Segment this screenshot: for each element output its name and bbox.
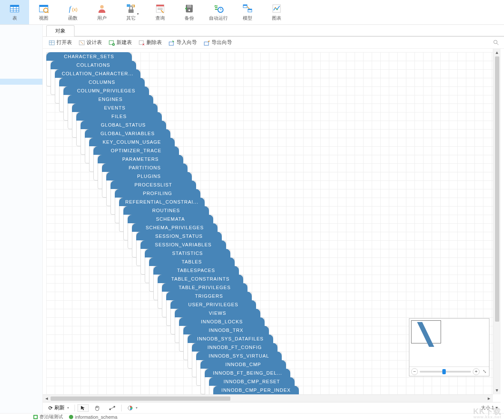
table-card-header[interactable]: CHARACTER_SETS — [46, 52, 132, 61]
zoom-in-button[interactable]: + — [473, 368, 480, 375]
export-wizard-button[interactable]: 导出向导 — [201, 38, 235, 47]
table-card-header[interactable]: COLLATION_CHARACTER... — [55, 69, 140, 78]
query-icon — [155, 3, 165, 14]
table-card-header[interactable]: SESSION_VARIABLES — [140, 240, 226, 249]
vscroll-thumb[interactable] — [495, 56, 499, 322]
table-card-header[interactable]: INNODB_CMP_PER_INDEX — [213, 386, 299, 394]
table-card-header[interactable]: PARTITIONS — [102, 163, 188, 172]
ribbon-user-button[interactable]: 用户 — [87, 0, 116, 24]
zoom-thumb[interactable] — [442, 369, 446, 374]
scroll-left-icon[interactable]: ◄ — [43, 396, 51, 401]
table-card-header[interactable]: TABLE_PRIVILEGES — [162, 283, 248, 292]
vertical-scrollbar[interactable]: ▲ ▼ — [493, 49, 501, 394]
ribbon-func-button[interactable]: f(x)函数 — [58, 0, 87, 24]
connection-icon — [33, 415, 38, 419]
hand-tool-button[interactable] — [91, 404, 103, 412]
status-schema[interactable]: information_schema — [69, 414, 117, 420]
table-card-header[interactable]: PARAMETERS — [98, 155, 183, 163]
hscroll-thumb[interactable] — [51, 396, 230, 401]
status-connection[interactable]: 赛泊瑞测试 — [33, 414, 63, 420]
table-card-header[interactable]: USER_PRIVILEGES — [170, 300, 256, 309]
table-card-header[interactable]: INNODB_FT_CONFIG — [192, 343, 277, 352]
refresh-button[interactable]: ⟳刷新▾ — [45, 403, 72, 413]
table-card-header[interactable]: ROUTINES — [123, 206, 209, 215]
left-nav-selection[interactable] — [0, 79, 42, 85]
zoom-track[interactable] — [420, 371, 471, 373]
table-card-header[interactable]: SESSION_STATUS — [136, 232, 222, 240]
other-icon — [126, 3, 136, 14]
table-card-header[interactable]: INNODB_CMP_RESET — [209, 377, 295, 386]
model-icon — [242, 3, 253, 14]
table-card-header[interactable]: TABLE_CONSTRAINTS — [158, 275, 243, 283]
design-table-label: 设计表 — [86, 39, 102, 46]
table-card-header[interactable]: COLUMN_PRIVILEGES — [63, 86, 149, 95]
table-card-header[interactable]: INNODB_SYS_VIRTUAL — [196, 352, 282, 360]
backup-icon — [184, 3, 194, 14]
zoom-out-button[interactable]: − — [411, 368, 418, 375]
svg-rect-29 — [243, 5, 247, 6]
table-card-header[interactable]: INNODB_FT_BEING_DEL... — [205, 369, 290, 377]
vscroll-track[interactable] — [495, 56, 500, 387]
ribbon-model-button[interactable]: 模型 — [233, 0, 262, 24]
horizontal-scrollbar[interactable]: ◄ ► — [43, 394, 493, 402]
table-card-header[interactable]: GLOBAL_STATUS — [81, 121, 166, 129]
table-card-header[interactable]: COLLATIONS — [51, 61, 136, 69]
table-card-header[interactable]: PROFILING — [115, 189, 200, 198]
table-card-header[interactable]: COLUMNS — [59, 78, 145, 86]
tab-objects[interactable]: 对象 — [46, 25, 75, 36]
ribbon-table-label: 表 — [12, 15, 17, 21]
table-card-header[interactable]: INNODB_SYS_DATAFILES — [188, 334, 273, 343]
table-card-header[interactable]: ENGINES — [68, 95, 153, 104]
table-card-header[interactable]: PROCESSLIST — [110, 180, 196, 189]
table-card-header[interactable]: STATISTICS — [145, 249, 230, 257]
hscroll-track[interactable] — [51, 396, 485, 401]
table-card-header[interactable]: INNODB_TRX — [183, 326, 269, 334]
pointer-icon — [81, 405, 86, 411]
table-card-header[interactable]: TABLESPACES — [153, 266, 239, 275]
ribbon-auto-label: 自动运行 — [209, 15, 228, 21]
ribbon-table-button[interactable]: 表 — [0, 0, 29, 24]
scroll-up-icon[interactable]: ▲ — [493, 49, 501, 56]
table-card-header[interactable]: EVENTS — [72, 104, 158, 112]
relation-tool-button[interactable] — [106, 404, 119, 412]
minimap[interactable]: − + ⤡ — [409, 318, 489, 376]
scroll-down-icon[interactable]: ▼ — [493, 387, 501, 394]
table-card-header[interactable]: REFERENTIAL_CONSTRAI... — [119, 198, 205, 206]
table-card-header[interactable]: GLOBAL_VARIABLES — [85, 129, 170, 138]
ribbon-view-button[interactable]: 视图 — [29, 0, 58, 24]
open-table-button[interactable]: 打开表 — [46, 38, 75, 47]
user-icon — [97, 3, 107, 14]
ribbon-auto-button[interactable]: 自动运行 — [204, 0, 233, 24]
ribbon-other-button[interactable]: 其它▾ — [116, 0, 146, 24]
table-card-header[interactable]: FILES — [76, 112, 162, 121]
chevron-down-icon[interactable]: ▾ — [495, 405, 498, 410]
minimap-collapse-icon[interactable]: ⤡ — [481, 369, 487, 374]
table-card-header[interactable]: VIEWS — [175, 309, 260, 317]
search-icon[interactable] — [493, 39, 499, 47]
ribbon-chart-button[interactable]: 图表 — [262, 0, 291, 24]
svg-point-21 — [188, 9, 190, 11]
pointer-tool-button[interactable] — [78, 404, 89, 412]
ribbon-func-label: 函数 — [68, 15, 78, 21]
ribbon-query-button[interactable]: 查询 — [146, 0, 175, 24]
table-icon — [9, 3, 20, 14]
delete-table-button[interactable]: 删除表 — [136, 38, 164, 47]
view-icon — [39, 3, 49, 14]
table-card-header[interactable]: TABLES — [149, 257, 235, 266]
ribbon-backup-button[interactable]: 备份 — [175, 0, 204, 24]
table-card-header[interactable]: INNODB_LOCKS — [179, 317, 265, 326]
new-table-button[interactable]: 新建表 — [106, 38, 134, 47]
table-card-header[interactable]: OPTIMIZER_TRACE — [93, 146, 179, 155]
table-card-header[interactable]: SCHEMA_PRIVILEGES — [132, 223, 218, 232]
scroll-right-icon[interactable]: ► — [485, 396, 493, 401]
design-table-button[interactable]: 设计表 — [76, 38, 104, 47]
color-tool-button[interactable]: ▾ — [124, 404, 140, 412]
func-icon: f(x) — [68, 3, 78, 14]
table-card-header[interactable]: TRIGGERS — [166, 292, 252, 300]
table-card-header[interactable]: SCHEMATA — [128, 215, 213, 223]
table-card-header[interactable]: INNODB_CMP — [200, 360, 286, 369]
import-wizard-button[interactable]: 导入向导 — [166, 38, 200, 47]
chevron-down-icon: ▾ — [137, 12, 139, 16]
table-card-header[interactable]: KEY_COLUMN_USAGE — [89, 138, 175, 146]
table-card-header[interactable]: PLUGINS — [106, 172, 192, 180]
